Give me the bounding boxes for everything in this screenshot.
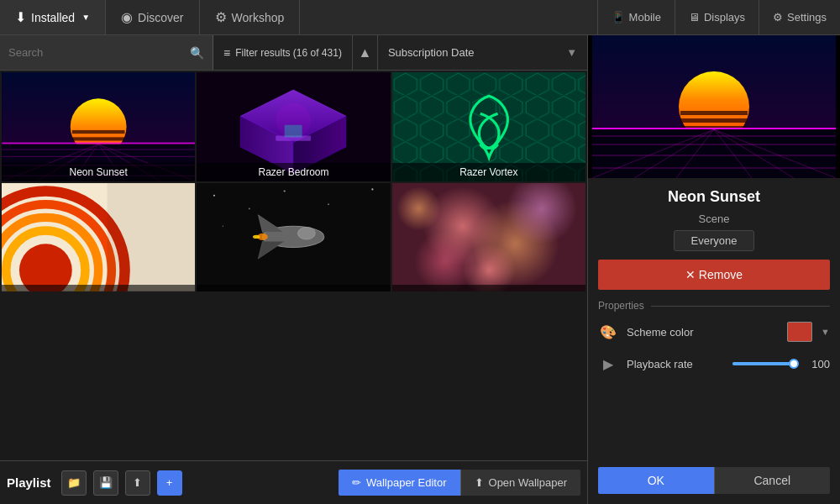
palette-icon: 🎨 <box>598 322 618 342</box>
tab-workshop[interactable]: ⚙ Workshop <box>200 0 301 34</box>
open-wallpaper-icon: ⬆ <box>475 476 484 489</box>
filter-bar: 🔍 ≡ Filter results (16 of 431) ▲ Subscri… <box>0 35 587 71</box>
wallpaper-editor-label: Wallpaper Editor <box>366 476 447 489</box>
neon-sunset-label: Neon Sunset <box>2 163 195 181</box>
wallpaper-item-neon-sunset[interactable]: Neon Sunset <box>2 72 195 181</box>
sort-dropdown-icon: ▼ <box>566 46 577 59</box>
everyone-badge[interactable]: Everyone <box>674 230 755 251</box>
mobile-btn[interactable]: 📱 Mobile <box>597 0 675 34</box>
razer-bedroom-label: Razer Bedroom <box>197 163 390 181</box>
playback-slider-container: 100 <box>732 358 830 370</box>
playlist-folder-btn[interactable]: 📁 <box>61 470 87 496</box>
mobile-icon: 📱 <box>612 11 625 24</box>
properties-label: Properties <box>598 300 644 312</box>
svg-rect-24 <box>285 125 302 138</box>
left-panel: 🔍 ≡ Filter results (16 of 431) ▲ Subscri… <box>0 35 588 504</box>
search-box: 🔍 <box>0 35 213 70</box>
playlist-share-btn[interactable]: ⬆ <box>125 470 150 496</box>
abstract-label <box>2 285 195 291</box>
displays-btn[interactable]: 🖥 Displays <box>675 0 759 34</box>
svg-point-47 <box>253 235 260 239</box>
displays-label: Displays <box>704 11 745 24</box>
properties-header: Properties <box>598 300 830 312</box>
svg-point-41 <box>223 226 223 227</box>
right-panel: Neon Sunset Scene Everyone ✕ Remove Prop… <box>588 35 840 504</box>
playlist-save-btn[interactable]: 💾 <box>93 470 118 496</box>
displays-icon: 🖥 <box>689 11 700 24</box>
filter-icon: ≡ <box>223 46 230 60</box>
mobile-label: Mobile <box>629 11 661 24</box>
remove-label: ✕ Remove <box>685 268 743 281</box>
preview-image <box>588 35 840 178</box>
svg-point-38 <box>284 191 286 192</box>
svg-rect-62 <box>592 129 836 178</box>
svg-point-54 <box>396 187 440 231</box>
playback-slider-track[interactable] <box>732 362 798 365</box>
main-area: 🔍 ≡ Filter results (16 of 431) ▲ Subscri… <box>0 35 840 504</box>
bottom-main-btns: ✏ Wallpaper Editor ⬆ Open Wallpaper <box>339 470 580 496</box>
svg-rect-58 <box>680 111 748 115</box>
wallpaper-item-razer-vortex[interactable]: Razer Vortex <box>392 72 585 181</box>
cancel-btn[interactable]: Cancel <box>714 467 831 494</box>
search-icon[interactable]: 🔍 <box>190 46 204 60</box>
search-input[interactable] <box>8 46 190 59</box>
bokeh-preview <box>392 183 585 292</box>
spaceship-preview <box>197 183 390 292</box>
svg-point-37 <box>249 208 250 210</box>
settings-label: Settings <box>787 11 827 24</box>
properties-section: Properties 🎨 Scheme color ▼ ▶ Playback r… <box>588 300 840 386</box>
discover-label: Discover <box>138 11 183 24</box>
wallpaper-editor-btn[interactable]: ✏ Wallpaper Editor <box>339 470 460 496</box>
discover-icon: ◉ <box>121 9 133 25</box>
svg-rect-6 <box>2 143 195 144</box>
svg-point-43 <box>298 228 316 240</box>
playlist-add-btn[interactable]: + <box>157 470 182 496</box>
sort-dropdown[interactable]: Subscription Date ▼ <box>378 35 587 70</box>
abstract-preview <box>2 183 195 292</box>
wallpaper-item-abstract[interactable] <box>2 183 195 292</box>
open-wallpaper-btn[interactable]: ⬆ Open Wallpaper <box>460 470 580 496</box>
color-swatch[interactable] <box>787 322 812 342</box>
scheme-color-label: Scheme color <box>627 326 779 339</box>
svg-point-36 <box>213 195 215 197</box>
wallpaper-item-spaceship[interactable] <box>197 183 390 292</box>
settings-icon: ⚙ <box>773 11 783 24</box>
wallpaper-scene: Scene <box>588 213 840 225</box>
playback-rate-row: ▶ Playback rate 100 <box>598 354 830 374</box>
open-wallpaper-label: Open Wallpaper <box>489 476 567 489</box>
ok-btn[interactable]: OK <box>598 467 714 494</box>
cancel-label: Cancel <box>753 474 790 487</box>
play-icon: ▶ <box>598 354 618 374</box>
workshop-icon: ⚙ <box>215 9 227 25</box>
nav-right: 📱 Mobile 🖥 Displays ⚙ Settings <box>597 0 840 34</box>
wallpaper-item-razer-bedroom[interactable]: Razer Bedroom <box>197 72 390 181</box>
remove-btn[interactable]: ✕ Remove <box>598 260 830 290</box>
wallpaper-item-bokeh[interactable] <box>392 183 585 292</box>
installed-icon: ⬇ <box>15 9 26 25</box>
svg-rect-61 <box>592 128 836 129</box>
tab-installed[interactable]: ⬇ Installed ▼ <box>0 0 106 34</box>
sort-label: Subscription Date <box>388 46 475 59</box>
installed-label: Installed <box>31 11 75 24</box>
top-nav: ⬇ Installed ▼ ◉ Discover ⚙ Workshop 📱 Mo… <box>0 0 840 35</box>
tab-discover[interactable]: ◉ Discover <box>106 0 199 34</box>
razer-vortex-label: Razer Vortex <box>392 163 585 181</box>
right-bottom-btns: OK Cancel <box>588 457 840 504</box>
playlist-label: Playlist <box>7 475 51 490</box>
ok-label: OK <box>648 474 664 487</box>
settings-btn[interactable]: ⚙ Settings <box>759 0 840 34</box>
filter-collapse-btn[interactable]: ▲ <box>353 35 378 70</box>
svg-point-40 <box>372 189 374 191</box>
scheme-color-row: 🎨 Scheme color ▼ <box>598 322 830 342</box>
color-dropdown-icon[interactable]: ▼ <box>821 327 830 337</box>
filter-label: Filter results (16 of 431) <box>235 47 342 59</box>
workshop-label: Workshop <box>232 11 285 24</box>
playback-rate-value: 100 <box>805 358 830 370</box>
svg-rect-59 <box>680 118 748 123</box>
filter-results-btn[interactable]: ≡ Filter results (16 of 431) <box>213 35 353 70</box>
playback-slider-thumb[interactable] <box>789 359 799 369</box>
wallpaper-title: Neon Sunset <box>588 178 840 213</box>
playback-rate-label: Playback rate <box>627 358 724 370</box>
svg-rect-4 <box>72 137 125 140</box>
spaceship-label <box>197 285 390 291</box>
